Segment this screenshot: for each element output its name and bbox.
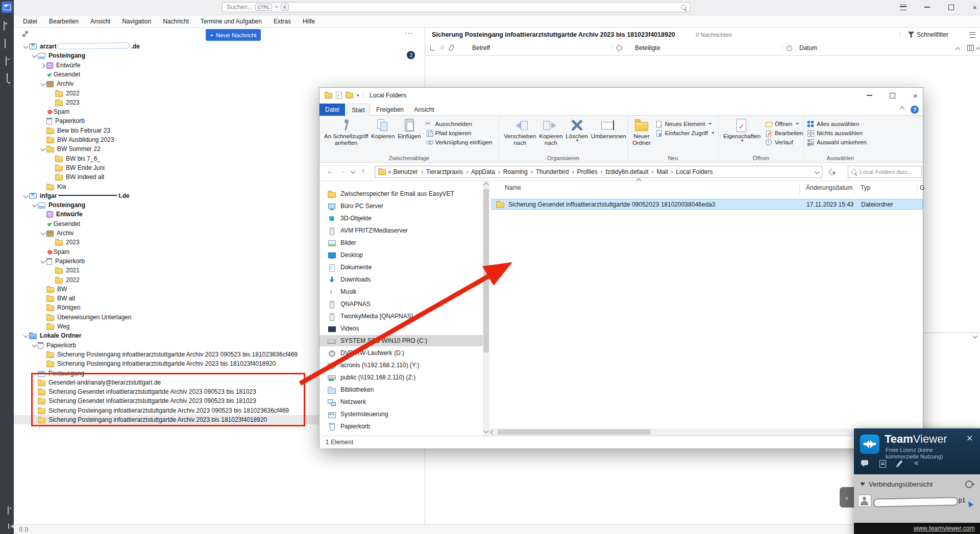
address-dropdown-icon[interactable]: [815, 171, 819, 173]
sidebar-item[interactable]: Musik: [320, 286, 483, 297]
copy-path-button[interactable]: Pfad kopieren: [426, 130, 493, 137]
breadcrumb-item[interactable]: Profiles: [577, 168, 597, 175]
star-column-icon[interactable]: ☆: [439, 44, 445, 51]
menu-item-hilfe[interactable]: Hilfe: [303, 18, 315, 25]
open-button[interactable]: Öffnen: [765, 120, 803, 128]
attachment-column-icon[interactable]: [448, 44, 455, 52]
properties-shortcut-icon[interactable]: [336, 92, 342, 99]
explorer-search-input[interactable]: Local Folders durc...: [848, 166, 922, 178]
file-row[interactable]: Sicherung Gesendet inffoattierarztstuttg…: [492, 199, 923, 210]
menu-item-nachricht[interactable]: Nachricht: [163, 18, 189, 25]
message-list-display-options-icon[interactable]: [969, 32, 975, 38]
sidebar-item[interactable]: QNAPNAS: [320, 298, 483, 310]
menu-item-navigation[interactable]: Navigation: [122, 18, 151, 25]
session-list-icon[interactable]: [879, 460, 886, 468]
breadcrumb-item[interactable]: Roaming: [503, 168, 528, 175]
tasks-icon[interactable]: [6, 56, 7, 66]
edit-button[interactable]: Bearbeiten: [765, 130, 803, 137]
new-item-button[interactable]: Neues Element: [655, 120, 715, 128]
scrollbar-up-icon[interactable]: [976, 47, 980, 52]
chevron-down-icon[interactable]: [22, 193, 29, 199]
select-all-button[interactable]: Alles auswählen: [807, 120, 867, 128]
properties-button[interactable]: Eigenschaften: [723, 118, 761, 142]
folder-row[interactable]: Posteingang: [14, 51, 425, 60]
tag-column-icon[interactable]: [616, 44, 623, 52]
scrollbar-down-icon[interactable]: [973, 335, 977, 338]
sidebar-item[interactable]: Büro PC Server: [320, 200, 483, 212]
tab-ansicht[interactable]: Ansicht: [409, 104, 439, 116]
sidebar-item[interactable]: Videos: [320, 323, 483, 334]
sidebar-item[interactable]: Bilder: [320, 237, 483, 248]
chevron-down-icon[interactable]: [40, 146, 46, 152]
column-header-type[interactable]: Typ: [861, 184, 870, 191]
tab-freigeben[interactable]: Freigeben: [373, 104, 407, 116]
breadcrumb-overflow-icon[interactable]: «: [388, 168, 391, 175]
new-folder-button[interactable]: Neuer Ordner: [632, 118, 651, 146]
section-settings-gear-icon[interactable]: [965, 480, 973, 488]
address-field[interactable]: « Benutzer›Tierarztpraxis›AppData›Roamin…: [375, 166, 822, 178]
tab-datei[interactable]: Datei: [320, 104, 345, 116]
chat-icon[interactable]: [861, 460, 868, 465]
breadcrumb-item[interactable]: Local Folders: [676, 168, 713, 175]
column-beteiligte[interactable]: Beteiligte: [635, 44, 660, 52]
chevron-down-icon[interactable]: [31, 202, 38, 209]
menu-item-ansicht[interactable]: Ansicht: [90, 18, 110, 25]
folder-modes-icon[interactable]: [22, 31, 28, 37]
column-header-name[interactable]: Name: [505, 184, 521, 191]
sidebar-item[interactable]: Dokumente: [320, 262, 483, 273]
explorer-close-button[interactable]: ×: [904, 88, 927, 103]
sidebar-item[interactable]: 3D-Objekte: [320, 213, 483, 224]
pin-to-quick-access-button[interactable]: An Schnellzugriff anheften: [324, 118, 368, 146]
chat-icon[interactable]: [7, 73, 8, 83]
column-separator[interactable]: [799, 184, 800, 196]
column-picker-icon[interactable]: [967, 45, 974, 51]
ribbon-collapse-icon[interactable]: [900, 108, 904, 111]
sidebar-item[interactable]: Zwischenspeicher für Email aus EasyVET: [320, 188, 483, 199]
up-icon[interactable]: ↑: [361, 167, 365, 175]
breadcrumb-item[interactable]: Benutzer: [394, 168, 418, 175]
folder-row[interactable]: Gesendet: [14, 70, 425, 79]
calendar-icon[interactable]: [5, 39, 6, 48]
delete-button[interactable]: Löschen: [566, 118, 587, 142]
forward-icon[interactable]: →: [339, 167, 346, 175]
breadcrumb-item[interactable]: Thunderbird: [536, 168, 569, 175]
sidebar-item[interactable]: TwonkyMedia [QNAPNAS]: [320, 311, 483, 322]
date-column-icon[interactable]: [787, 45, 792, 51]
scroll-down-icon[interactable]: [484, 428, 489, 434]
scroll-up-icon[interactable]: [484, 183, 489, 188]
quick-filter-icon[interactable]: [908, 32, 914, 38]
sidebar-item[interactable]: Downloads: [320, 274, 483, 285]
folder-pane-options-icon[interactable]: ⋯: [405, 29, 413, 38]
chevron-down-icon[interactable]: [22, 43, 29, 50]
qat-dropdown-icon[interactable]: ▾: [357, 93, 359, 98]
settings-gear-icon[interactable]: [8, 505, 9, 515]
explorer-minimize-button[interactable]: [858, 88, 881, 103]
sidebar-item[interactable]: AVM FRITZ!Mediaserver: [320, 225, 483, 236]
breadcrumb-item[interactable]: fzdidy6n.default: [605, 168, 648, 175]
folder-row[interactable]: arzart.de: [14, 42, 425, 51]
cut-button[interactable]: Ausschneiden: [426, 120, 493, 128]
folder-row[interactable]: Entwürfe: [14, 61, 425, 70]
sidebar-item[interactable]: Papierkorb: [320, 421, 483, 432]
menu-item-termine-und-aufgaben[interactable]: Termine und Aufgaben: [201, 18, 262, 25]
sidebar-item[interactable]: SYSTEM SSD WIN10 PRO (C:): [320, 335, 483, 346]
chevron-down-icon[interactable]: [40, 81, 46, 87]
chevron-down-icon[interactable]: [31, 342, 38, 349]
breadcrumb-item[interactable]: Tierarztpraxis: [426, 168, 463, 175]
recent-locations-icon[interactable]: [351, 170, 355, 173]
quick-filter-label[interactable]: Schnellfilter: [917, 31, 948, 38]
teamviewer-close-icon[interactable]: ✕: [966, 434, 973, 443]
invert-selection-button[interactable]: Auswahl umkehren: [807, 139, 867, 146]
help-icon[interactable]: ?: [911, 106, 919, 114]
thread-column-icon[interactable]: [430, 46, 435, 50]
new-message-button[interactable]: +Neue Nachricht: [206, 29, 261, 41]
sidebar-item[interactable]: Desktop: [320, 249, 483, 261]
menu-item-extras[interactable]: Extras: [274, 18, 291, 25]
column-header-date[interactable]: Änderungsdatum: [806, 184, 852, 191]
collapse-panel-icon[interactable]: «: [914, 459, 918, 466]
connection-overview-section[interactable]: Verbindungsübersicht: [860, 480, 933, 488]
chevron-down-icon[interactable]: [40, 230, 46, 237]
whiteboard-icon[interactable]: [897, 460, 903, 466]
global-search-input[interactable]: Suchen... CTRL + K: [222, 2, 691, 12]
sidebar-item[interactable]: Systemsteuerung: [320, 409, 483, 420]
